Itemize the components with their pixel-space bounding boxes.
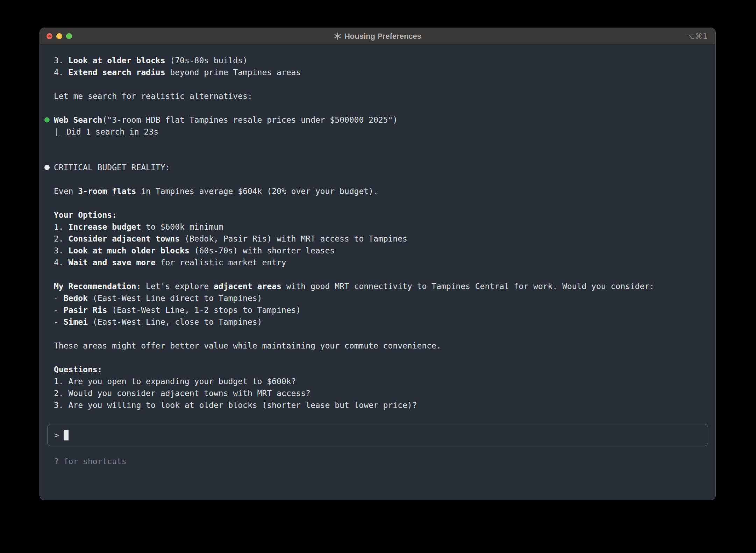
terminal-line — [54, 173, 701, 185]
terminal-line — [54, 138, 701, 150]
terminal-line — [54, 268, 701, 280]
terminal-line: 3. Look at much older blocks (60s-70s) w… — [54, 245, 701, 257]
terminal-line: 4. Extend search radius beyond prime Tam… — [54, 66, 701, 78]
terminal-line: Web Search("3-room HDB flat Tampines res… — [54, 114, 701, 126]
terminal-line: Did 1 search in 23s — [54, 126, 701, 138]
window-titlebar: Housing Preferences ⌥⌘1 — [40, 28, 715, 45]
terminal-body: 3. Look at older blocks (70s-80s builds)… — [40, 45, 715, 500]
terminal-line: 1. Increase budget to $600k minimum — [54, 221, 701, 233]
terminal-line — [54, 78, 701, 90]
result-branch-icon — [56, 128, 60, 136]
close-button[interactable] — [47, 33, 52, 39]
terminal-window: Housing Preferences ⌥⌘1 3. Look at older… — [40, 28, 716, 500]
terminal-line: Questions: — [54, 364, 701, 375]
terminal-line: 2. Would you consider adjacent towns wit… — [54, 387, 701, 399]
window-title: Housing Preferences — [344, 32, 421, 41]
terminal-line — [54, 197, 701, 209]
terminal-line: 1. Are you open to expanding your budget… — [54, 375, 701, 387]
terminal-line: - Pasir Ris (East-West Line, 1-2 stops t… — [54, 304, 701, 316]
terminal-line: 2. Consider adjacent towns (Bedok, Pasir… — [54, 233, 701, 245]
input-prompt: > — [54, 429, 59, 441]
terminal-line — [54, 352, 701, 364]
traffic-lights — [47, 28, 72, 44]
terminal-line: Your Options: — [54, 209, 701, 221]
terminal-line — [54, 150, 701, 161]
window-shortcut-badge: ⌥⌘1 — [686, 28, 708, 44]
terminal-line — [54, 102, 701, 114]
terminal-output: 3. Look at older blocks (70s-80s builds)… — [40, 45, 715, 411]
tool-call-bullet-icon — [44, 117, 50, 123]
minimize-button[interactable] — [56, 33, 62, 39]
zoom-button[interactable] — [66, 33, 72, 39]
terminal-line: Even 3-room flats in Tampines average $6… — [54, 185, 701, 197]
terminal-input[interactable]: > — [47, 424, 708, 446]
terminal-line — [54, 328, 701, 340]
spark-icon — [334, 33, 341, 40]
window-title-group: Housing Preferences — [334, 32, 421, 41]
terminal-line: 4. Wait and save more for realistic mark… — [54, 257, 701, 268]
terminal-line: 3. Are you willing to look at older bloc… — [54, 399, 701, 411]
terminal-line: 3. Look at older blocks (70s-80s builds) — [54, 55, 701, 66]
terminal-line: - Bedok (East-West Line direct to Tampin… — [54, 292, 701, 304]
shortcuts-hint: ? for shortcuts — [54, 455, 715, 467]
terminal-line: - Simei (East-West Line, close to Tampin… — [54, 316, 701, 328]
terminal-line: CRITICAL BUDGET REALITY: — [54, 161, 701, 173]
terminal-line: My Recommendation: Let's explore adjacen… — [54, 280, 701, 292]
terminal-line: These areas might offer better value whi… — [54, 340, 701, 352]
assistant-bullet-icon — [44, 165, 50, 170]
desktop-background: { "window": { "title": "Housing Preferen… — [0, 0, 756, 553]
terminal-line: Let me search for realistic alternatives… — [54, 90, 701, 102]
text-cursor — [64, 430, 69, 440]
